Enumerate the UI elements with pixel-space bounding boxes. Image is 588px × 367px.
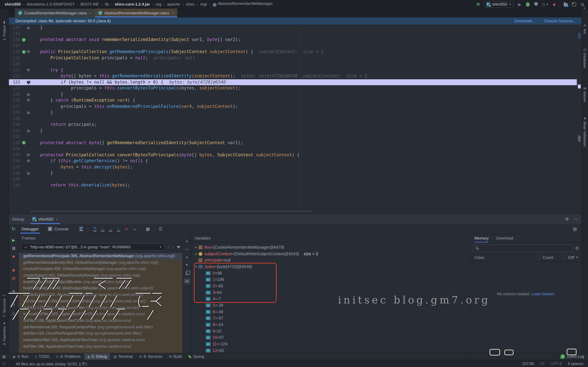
watch-toggle-icon[interactable]: ∞ xyxy=(184,279,190,284)
fold-marker-icon[interactable] xyxy=(27,129,30,132)
variable-row[interactable]: 016 = -49 xyxy=(191,309,469,315)
breadcrumb-item[interactable]: org xyxy=(156,2,161,6)
pin-icon[interactable]: ◎ xyxy=(12,311,15,316)
error-stripe[interactable] xyxy=(577,25,581,214)
fold-marker-icon[interactable] xyxy=(27,93,30,96)
breadcrumb-item[interactable]: shiro xyxy=(186,2,194,6)
step-out-icon[interactable]: ↑ xyxy=(115,226,122,232)
breadcrumb-item[interactable]: shiro550 xyxy=(5,2,21,6)
gear-icon[interactable]: ⚙ xyxy=(565,217,569,222)
stack-frame-row[interactable]: resolvePrincipals:492, DefaultSecurityMa… xyxy=(19,266,182,272)
run-button[interactable]: ▶ xyxy=(517,1,522,7)
run-anything-icon[interactable] xyxy=(571,1,577,7)
stack-frame-row[interactable]: getRememberedIdentity:604, DefaultSecuri… xyxy=(19,259,182,266)
tab-debugger[interactable]: Debugger xyxy=(18,224,42,234)
fold-marker-icon[interactable] xyxy=(27,26,30,29)
stack-frame-row[interactable]: internalDoFilter:193, ApplicationFilterC… xyxy=(19,337,182,343)
drop-frame-icon[interactable]: ✕ xyxy=(122,227,130,231)
variable-row[interactable]: 018 = -24 xyxy=(191,322,469,328)
variable-row[interactable]: 014 = -7 xyxy=(191,296,469,302)
status-item[interactable]: 107:80 xyxy=(522,361,534,366)
move-up-icon[interactable]: ▲ xyxy=(185,255,188,259)
load-classes-link[interactable]: Load classes xyxy=(531,292,554,296)
profiler-button[interactable]: ◷▼ xyxy=(542,1,549,7)
mute-breakpoints-icon[interactable] xyxy=(12,276,15,280)
breadcrumb-item[interactable]: apache xyxy=(167,2,180,6)
variable-row[interactable]: 015 = -39 xyxy=(191,302,469,309)
frame-up-icon[interactable]: ↑ xyxy=(167,245,169,249)
variable-row[interactable]: 013 = 64 xyxy=(191,289,469,296)
toolwindow-toggle-icon[interactable]: ▦ xyxy=(2,354,6,359)
variable-row[interactable]: 0112 = 62 xyxy=(191,347,469,353)
override-marker-icon[interactable]: ↑ xyxy=(22,50,26,54)
close-icon[interactable]: × xyxy=(56,217,58,221)
run-configuration-select[interactable]: shiro550 ▼ xyxy=(484,1,514,8)
breadcrumb-item[interactable]: CAbstractRememberMeManager xyxy=(213,1,273,7)
memory-settings-gear-icon[interactable]: ⚙ xyxy=(575,246,579,250)
trace-settings-icon[interactable]: ☰ xyxy=(159,226,162,231)
code-editor[interactable]: 114 }115116↓ protected abstract void rem… xyxy=(9,25,581,214)
toolwindow-button-6-problems[interactable]: ⊙6: Problems xyxy=(53,353,84,360)
toolwindow-button-8-services[interactable]: ⚙8: Services xyxy=(136,353,165,360)
variable-row[interactable]: 019 = 37 xyxy=(191,328,469,334)
implement-marker-icon[interactable]: ↓ xyxy=(22,141,26,144)
close-icon[interactable]: × xyxy=(172,11,174,15)
editor-tab[interactable]: CCookieRememberMeManager.class× xyxy=(15,8,95,17)
toolwindow-button-spring[interactable]: Spring xyxy=(186,353,207,360)
show-execution-point-icon[interactable] xyxy=(79,227,84,231)
breadcrumb-item[interactable]: shiro-core-1.2.4.jar xyxy=(115,2,150,6)
stack-frame-row[interactable]: buildWebSubject:148, WebSubject$Builder … xyxy=(19,285,182,292)
fold-marker-icon[interactable] xyxy=(27,111,30,114)
column-class[interactable]: Class xyxy=(475,255,484,260)
sidebar-item-project[interactable]: ▮ 1: Project xyxy=(0,20,9,41)
variable-row[interactable]: 011 = 106 xyxy=(191,276,469,283)
toolwindow-button-build[interactable]: ⚒Build xyxy=(166,353,185,360)
close-icon[interactable]: × xyxy=(90,11,92,15)
stack-frame-row[interactable]: createSubject:292, AbstractShiroFilter (… xyxy=(19,292,182,298)
variable-row[interactable]: 017 = -97 xyxy=(191,315,469,321)
stripe-scroll-thumb[interactable] xyxy=(578,135,581,142)
stack-frame-row[interactable]: internalDoFilter:193, ApplicationFilterC… xyxy=(19,311,182,317)
column-count[interactable]: Count xyxy=(543,255,553,260)
download-link[interactable]: Download... xyxy=(515,19,535,23)
step-into-icon[interactable]: ↓ xyxy=(99,226,107,232)
execution-point-icon[interactable] xyxy=(27,81,30,84)
variable-row[interactable]: 0111 = -124 xyxy=(191,341,469,347)
project-structure-icon[interactable] xyxy=(563,1,568,7)
memory-search-input[interactable] xyxy=(473,244,572,252)
stack-frame-row[interactable]: doFilter:125, OncePerRequestFilter (org.… xyxy=(19,305,182,311)
fold-marker-icon[interactable] xyxy=(27,172,30,175)
debug-session-tab[interactable]: shiro550 × xyxy=(30,214,60,224)
stack-frame-row[interactable]: doFilterInternal:100, RequestContextFilt… xyxy=(19,324,182,330)
stack-frame-row[interactable]: doFilter:166, ApplicationFilterChain (or… xyxy=(19,317,182,324)
hide-panel-icon[interactable]: — xyxy=(574,217,578,222)
status-item[interactable]: 4 spaces xyxy=(568,361,583,366)
pause-icon[interactable] xyxy=(12,247,15,250)
coverage-button[interactable] xyxy=(533,1,539,7)
thread-selector[interactable]: ✔ "http-nio-8080-exec-10"@6...3 in group… xyxy=(21,243,165,251)
stop-icon[interactable]: ■ xyxy=(12,254,15,259)
stack-frame-row[interactable]: buildSubject:846, Subject$Builder (org.a… xyxy=(19,279,182,285)
build-hammer-icon[interactable]: ⚒ xyxy=(476,1,481,7)
status-item[interactable]: UTF-8 xyxy=(551,361,562,366)
debug-button[interactable] xyxy=(525,1,530,7)
column-diff[interactable]: Diff▼ xyxy=(568,255,578,260)
sidebar-item-bean-validation[interactable]: ❖ Bean Validation xyxy=(582,117,588,147)
view-breakpoints-icon[interactable]: ◉ xyxy=(12,268,15,272)
stack-frame-row[interactable]: getRememberedPrincipals:395, AbstractRem… xyxy=(19,253,182,259)
toolwindow-button-todo[interactable]: ≡TODO xyxy=(32,353,52,360)
search-everywhere-icon[interactable] xyxy=(579,1,585,7)
settings-gear-icon[interactable]: ⚙ xyxy=(12,302,15,307)
run-to-cursor-icon[interactable]: ↘ xyxy=(130,227,138,231)
evaluate-expression-icon[interactable]: ▦ xyxy=(146,226,150,231)
tab-overhead[interactable]: Overhead xyxy=(496,234,513,242)
fold-marker-icon[interactable] xyxy=(27,153,30,157)
toolwindow-button-terminal[interactable]: ▤Terminal xyxy=(111,353,136,360)
tab-memory[interactable]: Memory xyxy=(475,234,489,242)
fold-marker-icon[interactable] xyxy=(27,50,30,53)
fold-marker-icon[interactable] xyxy=(27,159,30,163)
hide-library-frames-icon[interactable] xyxy=(177,246,181,248)
move-down-icon[interactable]: ▼ xyxy=(185,263,188,267)
implement-marker-icon[interactable]: ↓ xyxy=(22,38,26,42)
tab-console[interactable]: ▸ Console xyxy=(45,224,72,234)
